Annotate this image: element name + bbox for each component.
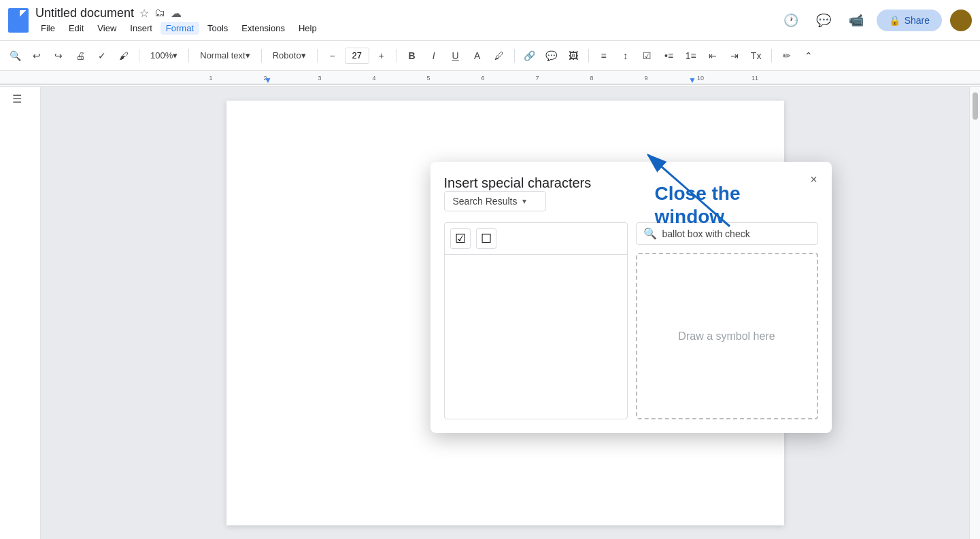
sidebar-left: ☰ <box>0 87 41 539</box>
menu-insert[interactable]: Insert <box>124 22 158 35</box>
text-color-btn[interactable]: A <box>468 46 487 65</box>
menu-format[interactable]: Format <box>160 22 199 35</box>
clear-formatting-btn[interactable]: Tx <box>747 46 766 65</box>
menu-extensions[interactable]: Extensions <box>236 22 290 35</box>
star-icon[interactable]: ☆ <box>139 7 149 20</box>
pen-btn[interactable]: ✏ <box>777 46 796 65</box>
user-avatar[interactable] <box>950 10 972 31</box>
history-button[interactable]: 🕐 <box>779 8 803 33</box>
line-spacing-btn[interactable]: ↕ <box>616 46 635 65</box>
title-bar: Untitled document ☆ 🗂 ☁ File Edit View I… <box>0 0 980 41</box>
italic-btn[interactable]: I <box>424 46 443 65</box>
share-button[interactable]: 🔒 Share <box>877 10 942 31</box>
close-icon: × <box>810 173 817 187</box>
toolbar: 🔍 ↩ ↪ 🖨 ✓ 🖌 100% ▾ Normal text ▾ Roboto … <box>0 41 980 71</box>
svg-text:▼: ▼ <box>264 75 272 85</box>
style-dropdown-icon: ▾ <box>246 50 250 60</box>
font-value: Roboto <box>273 50 301 60</box>
menu-tools[interactable]: Tools <box>202 22 233 35</box>
bullet-list-btn[interactable]: •≡ <box>660 46 679 65</box>
symbol-area <box>445 255 627 418</box>
meet-button[interactable]: 📹 <box>844 8 868 33</box>
ruler: 1 2 3 4 5 6 7 8 9 10 11 ▼ ▼ <box>0 71 980 87</box>
svg-text:4: 4 <box>372 75 375 82</box>
scroll-indicator[interactable] <box>973 92 978 120</box>
symbol-panel: ☑ ☐ <box>444 222 628 419</box>
indent-increase-btn[interactable]: ⇥ <box>725 46 744 65</box>
style-select[interactable]: Normal text ▾ <box>195 46 255 65</box>
zoom-select[interactable]: 100% ▾ <box>145 46 183 65</box>
checklist-btn[interactable]: ☑ <box>638 46 657 65</box>
search-toolbar-btn[interactable]: 🔍 <box>5 46 24 65</box>
svg-text:10: 10 <box>697 75 704 82</box>
numbered-list-btn[interactable]: 1≡ <box>681 46 700 65</box>
symbol-checkbox-empty[interactable]: ☐ <box>476 228 496 249</box>
indent-decrease-btn[interactable]: ⇤ <box>703 46 722 65</box>
content-area: ☰ Insert special characters × Search Res… <box>0 87 980 539</box>
redo-btn[interactable]: ↪ <box>49 46 68 65</box>
menu-edit[interactable]: Edit <box>63 22 89 35</box>
divider2 <box>188 49 189 63</box>
right-panel: 🔍 Draw a symbol here <box>636 222 818 419</box>
comment-btn[interactable]: 💬 <box>542 46 561 65</box>
doc-title-text[interactable]: Untitled document <box>35 6 134 20</box>
draw-area[interactable]: Draw a symbol here <box>636 253 818 419</box>
svg-text:1: 1 <box>209 75 212 82</box>
dropdown-label: Search Results <box>453 196 518 207</box>
underline-btn[interactable]: U <box>446 46 465 65</box>
font-size-decrease[interactable]: − <box>323 46 342 65</box>
bold-btn[interactable]: B <box>403 46 422 65</box>
undo-btn[interactable]: ↩ <box>27 46 46 65</box>
divider4 <box>317 49 318 63</box>
title-area: Untitled document ☆ 🗂 ☁ File Edit View I… <box>35 6 322 35</box>
print-btn[interactable]: 🖨 <box>71 46 90 65</box>
menu-file[interactable]: File <box>35 22 61 35</box>
divider5 <box>396 49 397 63</box>
menu-view[interactable]: View <box>92 22 122 35</box>
search-box: 🔍 <box>636 222 818 245</box>
search-results-dropdown[interactable]: Search Results ▾ <box>444 191 546 211</box>
align-btn[interactable]: ≡ <box>594 46 613 65</box>
link-btn[interactable]: 🔗 <box>520 46 539 65</box>
symbol-checkbox-checked[interactable]: ☑ <box>450 228 471 249</box>
svg-text:6: 6 <box>481 75 484 82</box>
spellcheck-btn[interactable]: ✓ <box>92 46 112 65</box>
font-dropdown-icon: ▾ <box>301 50 306 60</box>
dialog-close-button[interactable]: × <box>806 171 822 188</box>
menu-help[interactable]: Help <box>293 22 322 35</box>
font-size-increase[interactable]: + <box>372 46 391 65</box>
divider8 <box>771 49 772 63</box>
highlight-btn[interactable]: 🖊 <box>490 46 509 65</box>
folder-icon[interactable]: 🗂 <box>154 7 165 19</box>
dialog-title: Insert special characters <box>444 175 592 190</box>
doc-title-row: Untitled document ☆ 🗂 ☁ <box>35 6 322 20</box>
svg-text:9: 9 <box>644 75 647 82</box>
font-select[interactable]: Roboto ▾ <box>267 46 311 65</box>
symbol-panel-header: ☑ ☐ <box>445 223 627 255</box>
dialog-overlay: Insert special characters × Search Resul… <box>226 101 784 525</box>
doc-canvas-area[interactable]: Insert special characters × Search Resul… <box>41 87 969 539</box>
image-btn[interactable]: 🖼 <box>564 46 583 65</box>
divider1 <box>139 49 139 63</box>
comments-button[interactable]: 💬 <box>811 8 836 33</box>
search-input[interactable] <box>662 228 811 239</box>
sidebar-right <box>969 87 980 539</box>
svg-text:8: 8 <box>590 75 593 82</box>
zoom-value: 100% <box>150 50 173 60</box>
expand-btn[interactable]: ⌃ <box>799 46 818 65</box>
insert-special-chars-dialog: Insert special characters × Search Resul… <box>430 162 832 433</box>
divider6 <box>514 49 515 63</box>
font-size-value[interactable]: 27 <box>352 50 361 60</box>
search-icon: 🔍 <box>643 227 657 240</box>
divider7 <box>588 49 589 63</box>
paint-format-btn[interactable]: 🖌 <box>114 46 133 65</box>
font-size-box: 27 <box>345 48 369 64</box>
dialog-body: ☑ ☐ 🔍 Draw a symbol <box>444 222 818 419</box>
doc-page: Insert special characters × Search Resul… <box>226 101 784 525</box>
style-value: Normal text <box>200 50 245 60</box>
title-bar-right: 🕐 💬 📹 🔒 Share <box>779 8 972 33</box>
svg-text:▼: ▼ <box>688 75 696 85</box>
svg-text:7: 7 <box>535 75 539 82</box>
ruler-svg: 1 2 3 4 5 6 7 8 9 10 11 ▼ ▼ <box>0 71 980 86</box>
outline-icon[interactable]: ☰ <box>12 92 29 109</box>
